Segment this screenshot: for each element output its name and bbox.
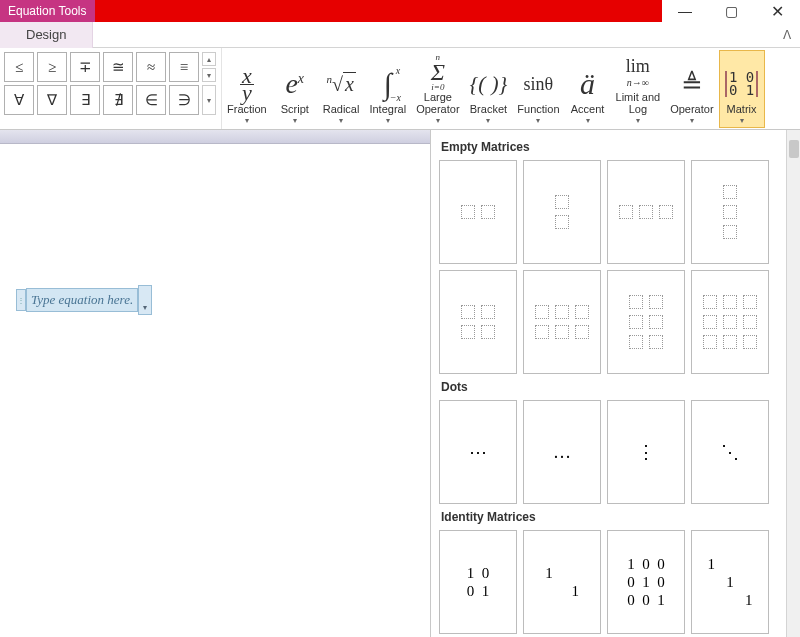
operator-button[interactable]: ≜Operator▾ xyxy=(665,50,718,128)
large-op-label: Large Operator xyxy=(416,91,459,115)
matrix-group-title: Empty Matrices xyxy=(441,140,782,154)
integral-dropdown-icon: ▾ xyxy=(386,116,390,125)
operator-icon: ≜ xyxy=(681,65,703,103)
scrollbar-thumb[interactable] xyxy=(789,140,799,158)
matrix-template[interactable] xyxy=(607,270,685,374)
bracket-dropdown-icon: ▾ xyxy=(486,116,490,125)
limit-log-button[interactable]: limn→∞Limit and Log▾ xyxy=(611,50,666,128)
function-dropdown-icon: ▾ xyxy=(536,116,540,125)
matrix-group-title: Dots xyxy=(441,380,782,394)
symbol-∇[interactable]: ∇ xyxy=(37,85,67,115)
radical-icon: n√x xyxy=(326,65,355,103)
matrix-icon: 1 00 1 xyxy=(725,65,758,103)
matrix-group-title: Identity Matrices xyxy=(441,510,782,524)
bracket-icon: {( )} xyxy=(470,65,508,103)
symbol-≈[interactable]: ≈ xyxy=(136,52,166,82)
matrix-template[interactable]: 1 1 1 xyxy=(691,530,769,634)
symbol-≡[interactable]: ≡ xyxy=(169,52,199,82)
equation-placeholder-container[interactable]: ⋮ Type equation here. ▾ xyxy=(16,285,152,315)
fraction-dropdown-icon: ▾ xyxy=(245,116,249,125)
matrix-template[interactable] xyxy=(439,270,517,374)
titlebar-color-strip xyxy=(95,0,662,22)
large-op-dropdown-icon: ▾ xyxy=(436,116,440,125)
symbol-∓[interactable]: ∓ xyxy=(70,52,100,82)
matrix-label: Matrix xyxy=(727,103,757,115)
limit-log-icon: limn→∞ xyxy=(626,53,650,91)
radical-label: Radical xyxy=(323,103,360,115)
function-icon: sinθ xyxy=(524,65,554,103)
equation-options-dropdown[interactable]: ▾ xyxy=(138,285,152,315)
script-button[interactable]: exScript▾ xyxy=(272,50,318,128)
matrix-template[interactable]: 1 0 0 0 1 0 0 0 1 xyxy=(607,530,685,634)
matrix-template[interactable] xyxy=(691,270,769,374)
symbol-≥[interactable]: ≥ xyxy=(37,52,67,82)
matrix-template[interactable] xyxy=(523,160,601,264)
script-icon: ex xyxy=(285,65,304,103)
symbol-∄[interactable]: ∄ xyxy=(103,85,133,115)
limit-log-dropdown-icon: ▾ xyxy=(636,116,640,125)
matrix-template[interactable]: 1 1 xyxy=(523,530,601,634)
equation-input[interactable]: Type equation here. xyxy=(26,288,138,312)
bracket-label: Bracket xyxy=(470,103,507,115)
integral-button[interactable]: ∫x−xIntegral▾ xyxy=(364,50,411,128)
accent-button[interactable]: äAccent▾ xyxy=(565,50,611,128)
symbols-gallery: ≤≥∓≅≈≡▴▾∀∇∃∄∈∋▾ xyxy=(0,48,222,129)
matrix-template[interactable]: ⋮ xyxy=(607,400,685,504)
script-label: Script xyxy=(281,103,309,115)
close-button[interactable]: ✕ xyxy=(754,0,800,22)
matrix-template[interactable] xyxy=(439,160,517,264)
large-op-button[interactable]: nΣi=0Large Operator▾ xyxy=(411,50,464,128)
matrix-template[interactable]: … xyxy=(523,400,601,504)
symbol-≅[interactable]: ≅ xyxy=(103,52,133,82)
integral-icon: ∫x−x xyxy=(384,65,392,103)
minimize-button[interactable]: — xyxy=(662,0,708,22)
structures-group: xyFraction▾exScript▾n√xRadical▾∫x−xInteg… xyxy=(222,48,800,129)
symbol-gallery-scroll[interactable]: ▴▾ xyxy=(202,52,216,82)
equation-move-handle[interactable]: ⋮ xyxy=(16,289,26,311)
symbol-∃[interactable]: ∃ xyxy=(70,85,100,115)
function-button[interactable]: sinθFunction▾ xyxy=(512,50,564,128)
tab-design[interactable]: Design xyxy=(0,22,93,48)
accent-icon: ä xyxy=(580,65,595,103)
matrix-dropdown-icon: ▾ xyxy=(740,116,744,125)
function-label: Function xyxy=(517,103,559,115)
fraction-button[interactable]: xyFraction▾ xyxy=(222,50,272,128)
symbol-≤[interactable]: ≤ xyxy=(4,52,34,82)
symbol-∈[interactable]: ∈ xyxy=(136,85,166,115)
matrix-template[interactable]: 1 0 0 1 xyxy=(439,530,517,634)
matrix-dropdown-panel: Empty MatricesDots⋯…⋮⋱Identity Matrices1… xyxy=(430,130,800,637)
collapse-ribbon-button[interactable]: ᐱ xyxy=(774,22,800,48)
bracket-button[interactable]: {( )}Bracket▾ xyxy=(465,50,513,128)
radical-dropdown-icon: ▾ xyxy=(339,116,343,125)
limit-log-label: Limit and Log xyxy=(616,91,661,115)
operator-dropdown-icon: ▾ xyxy=(690,116,694,125)
symbol-gallery-more[interactable]: ▾ xyxy=(202,85,216,115)
accent-label: Accent xyxy=(571,103,605,115)
matrix-button[interactable]: 1 00 1Matrix▾ xyxy=(719,50,765,128)
symbol-∋[interactable]: ∋ xyxy=(169,85,199,115)
fraction-icon: xy xyxy=(240,65,254,103)
accent-dropdown-icon: ▾ xyxy=(586,116,590,125)
fraction-label: Fraction xyxy=(227,103,267,115)
matrix-template[interactable]: ⋯ xyxy=(439,400,517,504)
operator-label: Operator xyxy=(670,103,713,115)
equation-tools-tab[interactable]: Equation Tools xyxy=(0,0,95,22)
matrix-template[interactable] xyxy=(691,160,769,264)
matrix-scrollbar[interactable] xyxy=(786,130,800,637)
large-op-icon: nΣi=0 xyxy=(431,53,445,91)
matrix-template[interactable] xyxy=(523,270,601,374)
matrix-template[interactable] xyxy=(607,160,685,264)
maximize-button[interactable]: ▢ xyxy=(708,0,754,22)
matrix-template[interactable]: ⋱ xyxy=(691,400,769,504)
radical-button[interactable]: n√xRadical▾ xyxy=(318,50,365,128)
symbol-∀[interactable]: ∀ xyxy=(4,85,34,115)
integral-label: Integral xyxy=(369,103,406,115)
script-dropdown-icon: ▾ xyxy=(293,116,297,125)
